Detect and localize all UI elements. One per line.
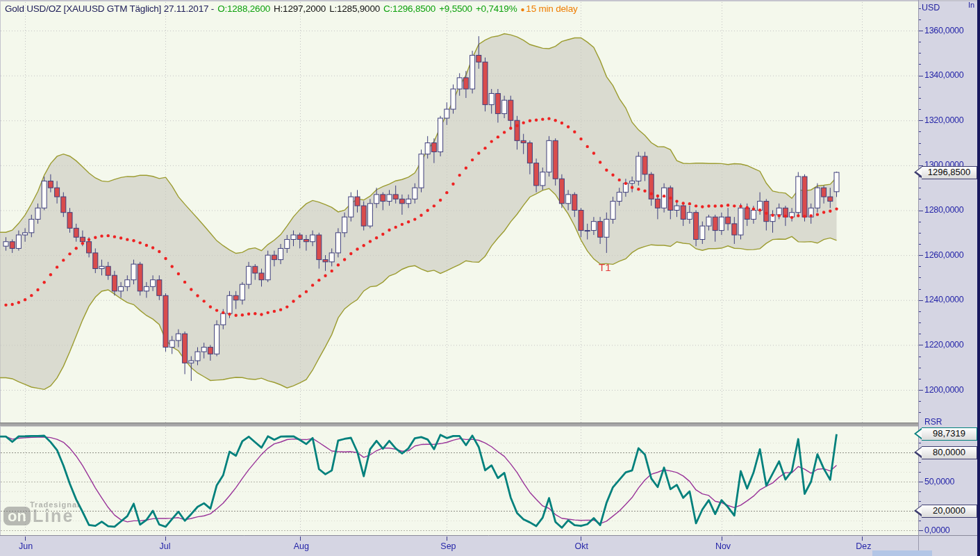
trading-chart-window: Gold USD/OZ [XAUUSD GTM Täglich] 27.11.2… bbox=[0, 0, 980, 556]
scrollbar-fragment[interactable] bbox=[872, 550, 932, 556]
price-chart-canvas[interactable] bbox=[0, 0, 980, 556]
